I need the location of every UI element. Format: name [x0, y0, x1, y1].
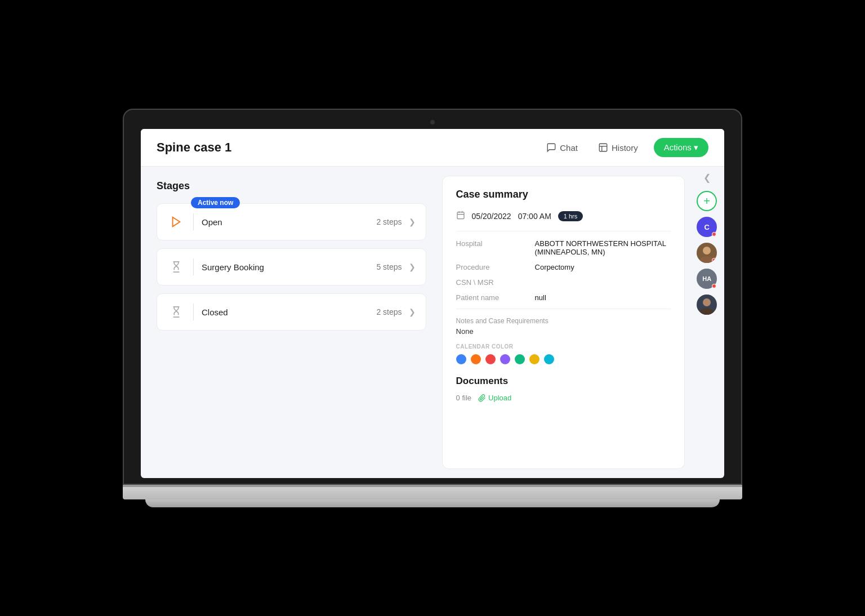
- color-dot-orange[interactable]: [471, 354, 481, 364]
- documents-row: 0 file Upload: [456, 394, 671, 402]
- avatar-dark[interactable]: [697, 294, 717, 315]
- calendar-icon: [456, 211, 465, 222]
- notes-label: Notes and Case Requirements: [456, 317, 671, 325]
- play-icon: [167, 213, 185, 231]
- avatar-dot-ha: [712, 284, 716, 288]
- hospital-label: Hospital: [456, 239, 535, 256]
- upload-label: Upload: [488, 394, 511, 402]
- stage-right-surgery: 5 steps ❯: [376, 262, 415, 271]
- stages-title: Stages: [157, 180, 426, 192]
- app-body: Stages Active now: [141, 167, 724, 478]
- stage-item-open[interactable]: Active now Open: [157, 203, 426, 240]
- stage-steps-closed: 2 steps: [376, 307, 402, 316]
- color-dot-blue[interactable]: [456, 354, 466, 364]
- sidebar-chevron[interactable]: ❮: [703, 172, 711, 183]
- stage-steps-open: 2 steps: [376, 217, 402, 226]
- active-badge: Active now: [191, 197, 240, 208]
- chevron-open: ❯: [409, 217, 416, 226]
- documents-title: Documents: [456, 376, 671, 387]
- stage-name-closed: Closed: [202, 307, 228, 317]
- color-dot-red[interactable]: [485, 354, 496, 364]
- color-dot-green[interactable]: [515, 354, 525, 364]
- stage-name-open: Open: [202, 217, 222, 227]
- svg-point-11: [700, 308, 714, 315]
- csn-field: CSN \ MSR: [456, 278, 671, 287]
- case-summary-title: Case summary: [456, 189, 671, 200]
- case-summary-panel: Case summary 05/20/: [442, 176, 685, 469]
- svg-point-10: [703, 298, 711, 306]
- actions-label: Actions ▾: [664, 142, 698, 153]
- avatar-brown[interactable]: [697, 243, 717, 263]
- svg-rect-4: [457, 212, 464, 219]
- color-dots: [456, 354, 671, 364]
- add-participant-button[interactable]: +: [697, 191, 717, 211]
- svg-rect-0: [599, 144, 607, 151]
- hrs-badge: 1 hrs: [558, 211, 583, 221]
- color-dot-yellow[interactable]: [529, 354, 539, 364]
- upload-icon: [478, 394, 486, 402]
- avatar-person-icon-2: [697, 294, 717, 315]
- hospital-field: Hospital ABBOTT NORTHWESTERN HOSPITAL (M…: [456, 239, 671, 256]
- svg-marker-3: [173, 217, 180, 227]
- chevron-surgery: ❯: [409, 262, 416, 271]
- actions-button[interactable]: Actions ▾: [654, 138, 708, 157]
- avatar-ha[interactable]: HA: [697, 269, 717, 289]
- stage-left-surgery: Surgery Booking: [167, 258, 264, 276]
- history-button[interactable]: History: [594, 140, 643, 155]
- avatar-c[interactable]: C: [697, 217, 717, 237]
- case-date-row: 05/20/2022 07:00 AM 1 hrs: [456, 211, 671, 222]
- hourglass-icon-closed: [167, 303, 185, 321]
- stage-item-closed[interactable]: Closed 2 steps ❯: [157, 293, 426, 331]
- csn-value: [535, 278, 671, 287]
- svg-point-8: [703, 247, 711, 255]
- stage-left-open: Open: [167, 213, 222, 231]
- procedure-label: Procedure: [456, 263, 535, 271]
- calendar-color-label: CALENDAR COLOR: [456, 343, 671, 350]
- case-date: 05/20/2022: [472, 212, 511, 221]
- file-count: 0 file: [456, 394, 471, 402]
- documents-section: Documents 0 file Upload: [456, 376, 671, 402]
- stage-right-open: 2 steps ❯: [376, 217, 415, 226]
- patient-name-field: Patient name null: [456, 293, 671, 302]
- header-actions: Chat History Actions ▾: [542, 138, 708, 157]
- case-time: 07:00 AM: [518, 212, 551, 221]
- stage-item-surgery[interactable]: Surgery Booking 5 steps ❯: [157, 248, 426, 285]
- app-header: Spine case 1 Chat: [141, 129, 724, 167]
- hospital-value: ABBOTT NORTHWESTERN HOSPITAL (MINNEAPOLI…: [535, 239, 671, 256]
- stages-panel: Stages Active now: [141, 167, 442, 478]
- stage-name-surgery: Surgery Booking: [202, 262, 264, 272]
- color-dot-cyan[interactable]: [544, 354, 554, 364]
- patient-name-label: Patient name: [456, 293, 535, 302]
- right-sidebar: ❮ + C: [689, 167, 724, 478]
- stage-steps-surgery: 5 steps: [376, 262, 402, 271]
- patient-name-value: null: [535, 293, 671, 302]
- notes-value: None: [456, 327, 671, 336]
- stage-left-closed: Closed: [167, 303, 228, 321]
- chat-button[interactable]: Chat: [542, 140, 582, 155]
- history-label: History: [612, 143, 638, 153]
- procedure-value: Corpectomy: [535, 263, 671, 271]
- page-title: Spine case 1: [157, 140, 231, 155]
- avatar-dot-c: [712, 232, 716, 236]
- chat-label: Chat: [560, 143, 578, 153]
- hourglass-icon-surgery: [167, 258, 185, 276]
- chat-icon: [546, 142, 556, 153]
- color-dot-purple[interactable]: [500, 354, 510, 364]
- chevron-closed: ❯: [409, 307, 416, 316]
- upload-button[interactable]: Upload: [478, 394, 511, 402]
- csn-label: CSN \ MSR: [456, 278, 535, 287]
- avatar-dot-brown: [712, 258, 716, 262]
- stage-right-closed: 2 steps ❯: [376, 307, 415, 316]
- procedure-field: Procedure Corpectomy: [456, 263, 671, 271]
- history-icon: [598, 142, 608, 153]
